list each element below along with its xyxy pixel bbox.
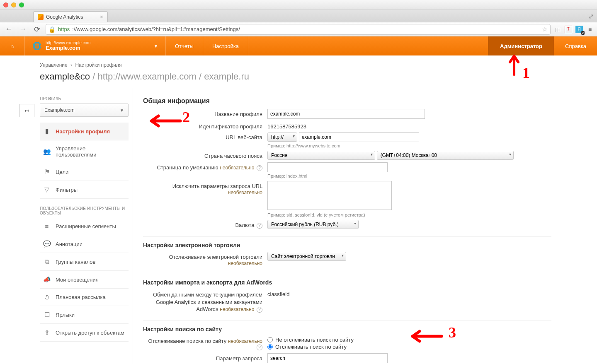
funnel-icon: ▽ (43, 186, 51, 193)
ecom-track-select[interactable]: Сайт электронной торговли (267, 252, 346, 261)
help-icon[interactable]: ? (257, 345, 262, 350)
section-adwords-title: Настройки импорта и экспорта для AdWords (143, 274, 551, 286)
sidebar-section2-title: ПОЛЬЗОВАТЕЛЬСКИЕ ИНСТРУМЕНТЫ И ОБЪЕКТЫ (40, 206, 129, 215)
browser-menu-icon[interactable]: ≡ (586, 26, 594, 33)
sidebar-item-filters[interactable]: ▽Фильтры (40, 181, 129, 199)
main-panel: Общая информация Название профиля Иденти… (133, 88, 597, 364)
sidebar-item-goals[interactable]: ⚑Цели (40, 163, 129, 181)
radio-label: Не отслеживать поиск по сайту (275, 337, 354, 343)
users-icon: 👥 (43, 148, 51, 155)
caret-down-icon: ▼ (154, 44, 158, 48)
page-content: Управление › Настройки профиля example&c… (0, 55, 597, 364)
sidebar-item-label: Управление пользователями (56, 145, 125, 158)
exclude-params-textarea[interactable] (267, 181, 392, 210)
forward-button[interactable]: → (17, 24, 28, 35)
fullscreen-icon[interactable]: ⤢ (588, 12, 594, 20)
adwords-value: classfield (267, 289, 551, 297)
account-selector[interactable]: 🌐 http://www.exmaple.com Example.com ▼ (25, 36, 166, 55)
profile-id-label: Идентификатор профиля (143, 121, 267, 130)
tab-close-icon[interactable]: × (100, 14, 103, 20)
default-page-input[interactable] (267, 162, 388, 172)
sidebar-item-label: Настройки профиля (56, 128, 110, 135)
search-track-label: Отслеживание поиска по сайту необязатель… (143, 336, 267, 351)
currency-label: Валюта ? (143, 220, 267, 229)
sidebar-item-alerts[interactable]: 📣Мои оповещения (40, 271, 129, 289)
title-account: example&co (40, 71, 90, 82)
extension-icons: ◫ 7 Я2 ≡ (554, 26, 594, 33)
default-page-hint: Пример: index.html (267, 174, 551, 178)
breadcrumb-lvl2: Настройки профиля (75, 62, 121, 68)
site-url-input[interactable] (299, 132, 419, 142)
megaphone-icon: 📣 (43, 276, 51, 283)
sidebar-item-label: Мои оповещения (56, 277, 99, 283)
sidebar-item-annotations[interactable]: 💬Аннотации (40, 235, 129, 253)
sidebar-item-scheduled-emails[interactable]: ⏲Плановая рассылка (40, 289, 129, 306)
globe-icon: 🌐 (32, 41, 41, 51)
help-icon[interactable]: ? (257, 223, 262, 229)
currency-select[interactable]: Российский рубль (RUB руб.) (267, 220, 359, 229)
sidebar-item-users[interactable]: 👥Управление пользователями (40, 140, 129, 163)
help-icon[interactable]: ? (257, 165, 262, 171)
sidebar-item-label: Группы каналов (56, 259, 95, 265)
profile-selector[interactable]: ↤ Example.com ▼ (40, 104, 129, 117)
search-radio-on[interactable]: Отслеживать поиск по сайту (267, 344, 551, 350)
default-page-label: Страница по умолчанию необязательно ? (143, 162, 267, 171)
lock-icon: 🔒 (49, 26, 56, 33)
window-minimize-icon[interactable] (11, 2, 16, 7)
ext-icon-1[interactable]: ◫ (554, 26, 561, 33)
search-param-input[interactable] (267, 353, 388, 363)
breadcrumb-lvl1[interactable]: Управление (40, 62, 68, 68)
window-close-icon[interactable] (3, 2, 8, 7)
site-url-protocol-select[interactable]: http:// (267, 133, 297, 142)
sidebar-item-segments[interactable]: ≡Расширенные сегменты (40, 218, 129, 235)
search-radio-off[interactable]: Не отслеживать поиск по сайту (267, 337, 551, 343)
site-url-hint: Пример: http://www.mywebsite.com (267, 143, 551, 148)
sidebar-item-label: Цели (56, 169, 68, 175)
title-profile: example.ru (204, 71, 249, 82)
ext-icon-2[interactable]: 7 (565, 26, 572, 33)
address-bar[interactable]: 🔒 https://www.google.com/analytics/web/?… (46, 24, 551, 35)
sidebar-item-channel-groups[interactable]: ⧉Группы каналов (40, 253, 129, 271)
title-sep2: / (197, 71, 204, 82)
sidebar-item-label: Фильтры (56, 187, 78, 193)
profile-selected: Example.com (44, 107, 75, 113)
nav-reports[interactable]: Отчеты (166, 36, 203, 55)
home-icon: ⌂ (11, 43, 14, 49)
back-button[interactable]: ← (3, 24, 14, 35)
exclude-params-hint: Пример: sid, sessionId, vid (с учетом ре… (267, 212, 551, 217)
nav-help[interactable]: Справка (554, 36, 597, 55)
sidebar-item-shortcuts[interactable]: ☐Ярлыки (40, 306, 129, 324)
nav-admin[interactable]: Администратор (488, 36, 554, 55)
account-name: Example.com (46, 45, 80, 51)
ecom-track-label: Отслеживание электронной торговли необяз… (143, 252, 267, 266)
channels-icon: ⧉ (43, 258, 51, 265)
tz-country-label: Страна часового пояса (143, 151, 267, 159)
browser-tab[interactable]: Google Analytics × (33, 11, 108, 22)
caret-down-icon: ▼ (120, 108, 124, 113)
home-button[interactable]: ⌂ (0, 36, 25, 55)
bookmark-star-icon[interactable]: ☆ (542, 25, 548, 33)
clock-icon: ⏲ (43, 294, 51, 301)
exclude-params-label: Исключить параметры запроса URL необязат… (143, 181, 267, 195)
sidebar-item-label: Расширенные сегменты (56, 223, 116, 229)
title-sep1: / (90, 71, 97, 82)
help-icon[interactable]: ? (257, 307, 262, 313)
flag-icon: ⚑ (43, 168, 51, 176)
ext-icon-3[interactable]: Я2 (575, 26, 583, 33)
section-ecommerce-title: Настройки электронной торговли (143, 236, 551, 248)
window-zoom-icon[interactable] (19, 2, 24, 7)
reload-button[interactable]: ⟳ (32, 24, 42, 35)
tz-select[interactable]: (GMT+04:00) Москва+00 (377, 151, 514, 160)
url-protocol: https (58, 26, 70, 32)
sidebar-item-profile-settings[interactable]: ▮Настройки профиля (40, 123, 129, 140)
back-tab-button[interactable]: ↤ (19, 104, 34, 117)
nav-setup[interactable]: Настройка (203, 36, 248, 55)
url-path: ://www.google.com/analytics/web/?hl=ru&p… (72, 26, 240, 32)
sidebar-item-share-assets[interactable]: ⇪Открыть доступ к объектам (40, 324, 129, 342)
window-titlebar (0, 0, 597, 10)
sidebar: ПРОФИЛЬ ↤ Example.com ▼ ▮Настройки профи… (0, 88, 133, 364)
sidebar-item-label: Аннотации (56, 241, 83, 247)
profile-name-input[interactable] (267, 109, 425, 119)
tz-country-select[interactable]: Россия (267, 151, 375, 160)
document-icon: ▮ (43, 128, 51, 135)
